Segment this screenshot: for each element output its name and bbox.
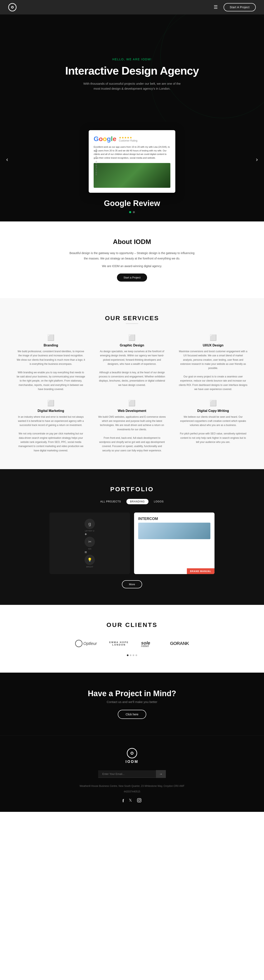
about-cta-button[interactable]: Start a Project xyxy=(117,274,147,282)
optleur-circle-icon xyxy=(75,640,82,647)
footer-brand: IODM xyxy=(126,760,139,764)
review-title-section: Google Review xyxy=(0,193,264,221)
portfolio-more: More xyxy=(8,580,256,588)
client-optleur: Optleur xyxy=(75,640,97,647)
svg-rect-2 xyxy=(138,799,141,802)
formula-equals: = xyxy=(85,550,87,554)
header: ☰ Start A Project xyxy=(0,0,264,14)
portfolio-title: PORTFOLIO xyxy=(8,486,256,493)
about-section: About IODM Beautiful design is the gatew… xyxy=(0,221,264,298)
digital-marketing-icon: ⬜ xyxy=(16,400,85,407)
facebook-icon[interactable]: f xyxy=(123,798,124,803)
review-dot-2[interactable] xyxy=(133,211,135,213)
brand-manual-badge: BRAND MANUAL xyxy=(187,568,215,574)
hamburger-icon[interactable]: ☰ xyxy=(214,5,218,10)
cta-button[interactable]: Click here xyxy=(118,710,146,719)
intercom-image xyxy=(138,523,210,539)
instagram-icon[interactable] xyxy=(137,798,141,803)
gorank-text: GORANK xyxy=(170,641,189,646)
graphic-design-icon: ⬜ xyxy=(98,334,166,341)
header-nav: ☰ Start A Project xyxy=(214,3,256,11)
footer-logo-inner xyxy=(131,752,133,755)
footer-email-input[interactable] xyxy=(98,770,156,778)
footer-logo-ring xyxy=(127,748,137,758)
footer: IODM → Weatherill House Business Centre,… xyxy=(0,735,264,812)
review-card: FEATURED REVIEW Google ★★★★★ Customer Ra… xyxy=(89,130,175,193)
google-logo: Google xyxy=(94,135,116,143)
clients-title: OUR CLIENTS xyxy=(8,621,256,628)
start-project-button[interactable]: Start A Project xyxy=(224,3,256,11)
client-sole-rebel: sole rebel xyxy=(141,639,158,648)
hero-title: Interactive Design Agency xyxy=(65,64,199,77)
formula-label-g: LETTER 'G' xyxy=(85,530,95,532)
portfolio-item-brand-manual: INTERCOM BRAND MANUAL xyxy=(134,512,215,574)
star-rating: ★★★★★ xyxy=(119,136,138,139)
copywriting-desc: We believe our clients should be seen an… xyxy=(179,415,248,444)
formula-g: g xyxy=(85,519,95,529)
copywriting-name: Digital Copy-Writing xyxy=(179,409,248,413)
service-graphic-design: ⬜ Graphic Design As design specialists, … xyxy=(98,334,166,391)
review-section: ‹ FEATURED REVIEW Google ★★★★★ Customer … xyxy=(0,122,264,221)
review-title: Google Review xyxy=(0,199,264,208)
svg-point-4 xyxy=(140,799,141,799)
svg-point-3 xyxy=(138,799,140,801)
graphic-design-desc: As design specialists, we keep ourselves… xyxy=(98,349,166,387)
service-copywriting: ⬜ Digital Copy-Writing We believe our cl… xyxy=(179,400,248,453)
portfolio-formula: g LETTER 'G' + ✂ NIN = 💡 BRIGHT xyxy=(85,519,95,568)
digital-marketing-name: Digital Marketing xyxy=(16,409,85,413)
cta-title: Have a Project in Mind? xyxy=(8,689,256,698)
clients-dot-4[interactable] xyxy=(136,654,137,656)
tab-logos[interactable]: LOGOS xyxy=(150,499,168,504)
tab-all-projects[interactable]: ALL PROJECTS xyxy=(96,499,125,504)
portfolio-more-button[interactable]: More xyxy=(122,580,142,588)
review-text: Excellent work as our app users from 15 … xyxy=(94,145,170,160)
review-card-header: Google ★★★★★ Customer Rating xyxy=(94,135,170,143)
uiux-icon: ⬜ xyxy=(179,334,248,341)
service-uiux: ⬜ UI/UX Design Maximise conversions and … xyxy=(179,334,248,391)
review-dot-1[interactable] xyxy=(129,211,131,213)
review-rating-block: ★★★★★ Customer Rating xyxy=(119,136,138,142)
graphic-design-name: Graphic Design xyxy=(98,344,166,347)
clients-dot-1[interactable] xyxy=(127,654,128,656)
footer-address: Weatherill House Business Centre, New So… xyxy=(8,784,256,788)
client-gorank: GORANK xyxy=(170,641,189,646)
web-dev-icon: ⬜ xyxy=(98,400,166,407)
hero-subtitle: With thousands of successful projects un… xyxy=(82,81,182,91)
review-slider: ‹ FEATURED REVIEW Google ★★★★★ Customer … xyxy=(0,126,264,193)
portfolio-section: PORTFOLIO ALL PROJECTS BRANDING LOGOS g … xyxy=(0,469,264,605)
intercom-logo: INTERCOM xyxy=(138,517,210,521)
hero-section: Hello, we are IODM! Interactive Design A… xyxy=(0,14,264,122)
web-dev-name: Web Development xyxy=(98,409,166,413)
tab-branding[interactable]: BRANDING xyxy=(126,499,149,504)
portfolio-tabs: ALL PROJECTS BRANDING LOGOS xyxy=(8,499,256,504)
prev-arrow[interactable]: ‹ xyxy=(6,156,8,163)
portfolio-brand-inner: INTERCOM xyxy=(134,512,215,574)
formula-plus: + xyxy=(85,532,87,536)
service-digital-marketing: ⬜ Digital Marketing In an industry where… xyxy=(16,400,85,453)
about-text: Beautiful design is the gateway way to o… xyxy=(68,251,196,261)
formula-label-scissors: NIN xyxy=(88,548,92,550)
about-title: About IODM xyxy=(8,238,256,246)
clients-dot-2[interactable] xyxy=(130,654,131,656)
clients-dot-3[interactable] xyxy=(133,654,134,656)
footer-email-row: → xyxy=(8,770,256,778)
services-divider xyxy=(126,323,138,324)
customer-rating-label: Customer Rating xyxy=(119,139,138,142)
branding-desc: We build professional, consistent brand … xyxy=(16,349,85,391)
uiux-desc: Maximise conversions and boost customer … xyxy=(179,349,248,391)
formula-scissors: ✂ xyxy=(85,537,95,547)
emma-hope-location: LONDON xyxy=(112,643,126,646)
sole-rebel-logo-icon: sole rebel xyxy=(141,639,158,647)
branding-icon: ⬜ xyxy=(16,334,85,341)
next-arrow[interactable]: › xyxy=(256,156,258,163)
clients-logos: Optleur EMMA HOPE LONDON sole rebel GORA… xyxy=(8,639,256,648)
footer-submit-button[interactable]: → xyxy=(156,770,166,778)
svg-text:rebel: rebel xyxy=(141,644,149,647)
cta-section: Have a Project in Mind? Contact us and w… xyxy=(0,673,264,735)
digital-marketing-desc: In an industry where trial and error is … xyxy=(16,415,85,453)
twitter-icon[interactable]: 𝕏 xyxy=(129,798,132,803)
formula-bulb: 💡 xyxy=(85,555,95,565)
hero-tagline: Hello, we are IODM! xyxy=(112,57,152,61)
services-title: OUR SERVICES xyxy=(16,315,248,321)
featured-review-label: FEATURED REVIEW xyxy=(95,148,97,175)
